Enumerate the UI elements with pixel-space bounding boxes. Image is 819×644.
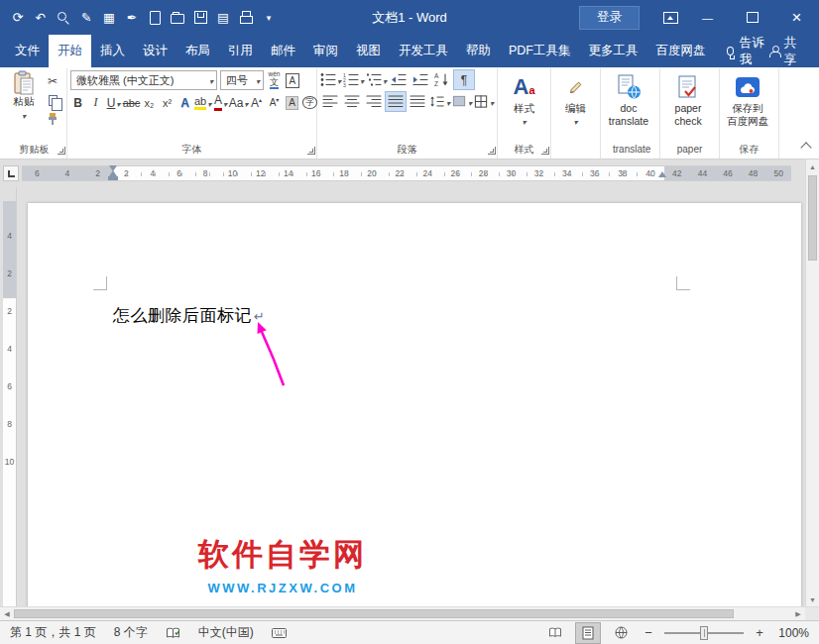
tab-developer[interactable]: 开发工具 <box>390 35 457 67</box>
print-icon[interactable] <box>238 9 254 27</box>
tab-pdf-tools[interactable]: PDF工具集 <box>500 35 580 67</box>
word-count[interactable]: 8 个字 <box>114 624 148 641</box>
close-button[interactable] <box>774 0 819 35</box>
clipboard-dialog-launcher[interactable] <box>58 147 65 155</box>
tab-references[interactable]: 引用 <box>219 35 262 67</box>
character-border-button[interactable]: A <box>285 71 300 90</box>
superscript-button[interactable]: x² <box>160 93 175 112</box>
paper-check-button[interactable]: paper check <box>663 70 713 142</box>
phonetic-guide-button[interactable]: wén 文 <box>267 71 282 90</box>
align-left-button[interactable] <box>320 92 340 111</box>
sync-icon[interactable] <box>10 9 26 27</box>
styles-dialog-launcher[interactable] <box>541 147 549 155</box>
search-icon[interactable] <box>56 9 71 27</box>
vertical-scrollbar-thumb[interactable] <box>808 175 817 261</box>
open-folder-icon[interactable] <box>170 9 185 27</box>
horizontal-scrollbar[interactable] <box>0 606 819 620</box>
save-to-baidu-netdisk-button[interactable]: 保存到 百度网盘 <box>723 70 772 142</box>
print-preview-icon[interactable] <box>215 9 231 27</box>
zoom-slider-thumb[interactable] <box>700 626 708 640</box>
enclose-characters-button[interactable]: 字 <box>302 93 317 112</box>
keyboard-icon[interactable] <box>272 628 287 638</box>
line-spacing-button[interactable] <box>429 92 450 111</box>
tab-mailings[interactable]: 邮件 <box>262 35 304 67</box>
tab-layout[interactable]: 布局 <box>176 35 219 67</box>
decrease-indent-button[interactable] <box>389 70 409 89</box>
document-page[interactable]: 怎么删除后面标记↵ 软件自学网 WWW.RJZXW.COM <box>28 203 801 606</box>
left-indent-marker[interactable] <box>108 176 118 180</box>
subscript-button[interactable]: x₂ <box>142 93 157 112</box>
editing-button[interactable]: 编辑 <box>554 70 597 142</box>
tab-review[interactable]: 审阅 <box>304 35 347 67</box>
minimize-button[interactable] <box>685 0 730 35</box>
horizontal-ruler[interactable]: 642 246810121416182022242628303234363840… <box>22 165 791 181</box>
copy-button[interactable] <box>43 91 62 109</box>
cut-button[interactable] <box>43 72 62 90</box>
share-button[interactable]: 共享 <box>768 35 803 67</box>
tab-insert[interactable]: 插入 <box>91 35 134 67</box>
proofing-book-icon[interactable] <box>166 627 180 639</box>
horizontal-scrollbar-thumb[interactable] <box>14 609 734 618</box>
font-dialog-launcher[interactable] <box>307 147 315 155</box>
table-draw-icon[interactable] <box>101 9 117 27</box>
format-painter-icon[interactable] <box>78 9 94 27</box>
format-painter-button[interactable] <box>43 110 62 128</box>
scroll-down-icon[interactable] <box>806 592 819 606</box>
align-right-button[interactable] <box>364 92 384 111</box>
strikethrough-button[interactable]: abc <box>124 93 139 112</box>
bold-button[interactable]: B <box>70 93 85 112</box>
page-indicator[interactable]: 第 1 页，共 1 页 <box>10 624 96 641</box>
shrink-font-button[interactable]: A <box>267 93 282 112</box>
tab-baidu-netdisk[interactable]: 百度网盘 <box>647 35 715 67</box>
doc-translate-button[interactable]: doc translate <box>604 70 653 142</box>
read-mode-button[interactable] <box>543 623 567 643</box>
right-indent-marker[interactable] <box>658 171 666 177</box>
styles-button[interactable]: A 样式 <box>501 70 547 142</box>
justify-button[interactable] <box>386 92 406 111</box>
zoom-slider[interactable] <box>664 626 744 640</box>
undo-icon[interactable] <box>33 9 49 27</box>
show-hide-marks-button[interactable] <box>454 70 474 89</box>
tell-me-button[interactable]: 告诉我 <box>727 35 769 67</box>
tab-view[interactable]: 视图 <box>347 35 390 67</box>
web-layout-button[interactable] <box>609 623 633 643</box>
font-size-combobox[interactable]: 四号 <box>220 70 264 90</box>
sort-button[interactable]: AZ <box>432 70 452 89</box>
tab-design[interactable]: 设计 <box>134 35 176 67</box>
print-layout-button[interactable] <box>576 623 600 643</box>
multilevel-list-button[interactable] <box>366 70 387 89</box>
text-effects-button[interactable]: A <box>177 93 192 112</box>
save-icon[interactable] <box>192 9 208 27</box>
borders-button[interactable] <box>474 92 494 111</box>
bullets-button[interactable] <box>320 70 341 89</box>
scroll-left-icon[interactable] <box>0 607 14 620</box>
tab-home[interactable]: 开始 <box>49 35 91 67</box>
paste-button[interactable]: 粘贴 <box>5 70 43 142</box>
font-color-button[interactable]: A <box>213 93 228 112</box>
character-shading-button[interactable]: A <box>285 93 299 112</box>
ribbon-display-options-icon[interactable] <box>655 0 685 35</box>
font-name-combobox[interactable]: 微软雅黑 (中文正文) <box>70 70 217 90</box>
align-center-button[interactable] <box>342 92 362 111</box>
maximize-button[interactable] <box>730 0 774 35</box>
shading-button[interactable] <box>452 92 472 111</box>
italic-button[interactable]: I <box>88 93 103 112</box>
vertical-ruler[interactable]: 42246810 <box>3 187 17 606</box>
scroll-up-icon[interactable] <box>806 160 819 173</box>
underline-button[interactable]: U <box>106 93 121 112</box>
tab-file[interactable]: 文件 <box>6 35 49 67</box>
scroll-right-icon[interactable] <box>791 607 805 620</box>
login-button[interactable]: 登录 <box>579 6 640 30</box>
zoom-in-button[interactable]: + <box>753 625 766 640</box>
change-case-button[interactable]: Aa <box>231 93 246 112</box>
new-document-icon[interactable] <box>147 9 163 27</box>
numbering-button[interactable]: 123 <box>343 70 364 89</box>
tab-more-tools[interactable]: 更多工具 <box>580 35 647 67</box>
distribute-button[interactable] <box>408 92 427 111</box>
tab-help[interactable]: 帮助 <box>457 35 500 67</box>
text-highlight-button[interactable]: ab <box>195 93 210 112</box>
qat-customize-icon[interactable] <box>261 9 277 27</box>
zoom-level[interactable]: 100% <box>775 626 809 640</box>
paragraph-dialog-launcher[interactable] <box>488 147 496 155</box>
ink-pen-icon[interactable] <box>124 9 140 27</box>
